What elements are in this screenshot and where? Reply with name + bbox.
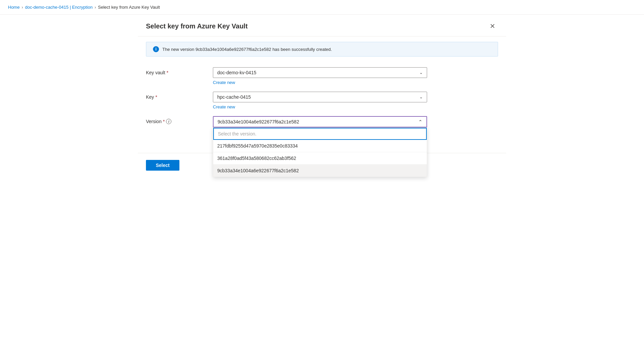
breadcrumb-encryption[interactable]: doc-demo-cache-0415 | Encryption <box>25 5 93 10</box>
version-chevron-up-icon: ⌃ <box>418 119 422 124</box>
key-dropdown[interactable]: hpc-cache-0415 ⌄ <box>213 92 427 102</box>
key-vault-label: Key vault * <box>146 67 213 75</box>
dialog: Select key from Azure Key Vault ✕ i The … <box>138 15 506 177</box>
close-button[interactable]: ✕ <box>487 21 498 31</box>
info-banner: i The new version 9cb33a34e1004a6e922677… <box>146 42 498 57</box>
version-option-2[interactable]: 361a28f0ad5f43a580682cc62ab3f562 <box>213 152 427 165</box>
key-value: hpc-cache-0415 <box>217 94 251 100</box>
version-row: Version * i 9cb33a34e1004a6e922677f6a2c1… <box>146 116 498 127</box>
key-row: Key * hpc-cache-0415 ⌄ Create new <box>146 92 498 109</box>
version-info-icon[interactable]: i <box>166 119 171 124</box>
key-vault-chevron-icon: ⌄ <box>419 70 423 75</box>
breadcrumb: Home › doc-demo-cache-0415 | Encryption … <box>0 0 644 15</box>
dialog-title: Select key from Azure Key Vault <box>146 22 248 30</box>
select-button[interactable]: Select <box>146 160 179 171</box>
key-label: Key * <box>146 92 213 100</box>
key-vault-create-new[interactable]: Create new <box>213 80 235 85</box>
info-icon: i <box>153 46 159 52</box>
version-option-3[interactable]: 9cb33a34e1004a6e922677f6a2c1e582 <box>213 165 427 177</box>
version-control: 9cb33a34e1004a6e922677f6a2c1e582 ⌃ 217fd… <box>213 116 427 127</box>
version-required: * <box>163 119 165 124</box>
breadcrumb-home[interactable]: Home <box>8 5 20 10</box>
breadcrumb-sep-2: › <box>95 5 96 10</box>
version-value: 9cb33a34e1004a6e922677f6a2c1e582 <box>218 119 299 124</box>
breadcrumb-sep-1: › <box>22 5 23 10</box>
version-option-1[interactable]: 217fdbf9255d47a5970e2835e0c83334 <box>213 140 427 152</box>
key-create-new[interactable]: Create new <box>213 104 235 109</box>
key-vault-dropdown[interactable]: doc-demo-kv-0415 ⌄ <box>213 67 427 78</box>
version-dropdown-popup: 217fdbf9255d47a5970e2835e0c83334 361a28f… <box>213 127 427 177</box>
key-vault-required: * <box>167 70 168 75</box>
breadcrumb-current: Select key from Azure Key Vault <box>98 5 160 10</box>
banner-message: The new version 9cb33a34e1004a6e922677f6… <box>162 47 332 52</box>
version-label: Version * i <box>146 116 213 124</box>
key-vault-control: doc-demo-kv-0415 ⌄ Create new <box>213 67 427 85</box>
form-area: Key vault * doc-demo-kv-0415 ⌄ Create ne… <box>138 62 506 140</box>
version-dropdown[interactable]: 9cb33a34e1004a6e922677f6a2c1e582 ⌃ <box>213 116 427 127</box>
key-required: * <box>155 94 157 100</box>
key-vault-value: doc-demo-kv-0415 <box>217 70 256 75</box>
key-control: hpc-cache-0415 ⌄ Create new <box>213 92 427 109</box>
key-chevron-icon: ⌄ <box>419 95 423 99</box>
version-search-input[interactable] <box>213 128 427 140</box>
key-vault-row: Key vault * doc-demo-kv-0415 ⌄ Create ne… <box>146 67 498 85</box>
version-dropdown-container: 9cb33a34e1004a6e922677f6a2c1e582 ⌃ 217fd… <box>213 116 427 127</box>
dialog-header: Select key from Azure Key Vault ✕ <box>138 15 506 36</box>
